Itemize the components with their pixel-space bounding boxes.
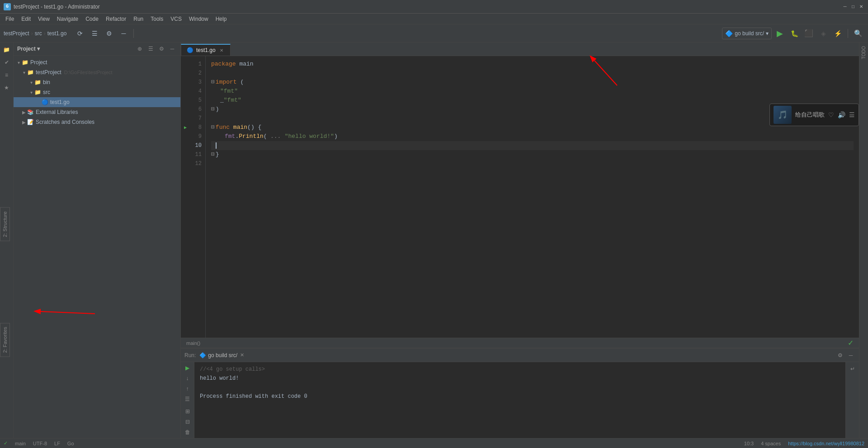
run-output-line-1: //<4 go setup calls> [200,365,840,374]
menu-bar: File Edit View Navigate Code Refactor Ru… [0,14,868,24]
menu-navigate[interactable]: Navigate [53,15,82,23]
run-output-line-4: Process finished with exit code 0 [200,392,840,401]
run-config-selector[interactable]: 🔷 go build src/ ▾ [722,28,772,39]
menu-run[interactable]: Run [130,15,147,23]
run-tab-label: go build src/ [208,352,237,358]
sidebar-structure-icon[interactable]: ≡ [1,70,12,80]
string-fmt2: "fmt" [224,96,241,105]
tab-close-button[interactable]: ✕ [218,47,225,53]
breadcrumb-src[interactable]: src [35,30,42,37]
run-panel-header-controls: ⚙ ─ [835,351,855,360]
project-panel-add-icon[interactable]: ⊕ [135,44,144,53]
status-indent: 4 spaces [761,441,781,446]
close-button[interactable]: ✕ [858,4,864,10]
run-panel-settings-btn[interactable]: ⚙ [835,351,844,360]
breadcrumb-project[interactable]: testProject [4,30,29,37]
music-controls: ♡ 🔊 ☰ [828,111,855,118]
menu-edit[interactable]: Edit [18,15,34,23]
coverage-button[interactable]: ◈ [817,27,830,40]
tree-item-external-libraries[interactable]: ▶ 📚 External Libraries [14,107,180,117]
favorites-tab[interactable]: 2: Favorites [0,323,10,357]
run-list-btn[interactable]: ☰ [183,395,193,404]
run-up-btn[interactable]: ↑ [183,385,193,393]
minimize-button[interactable]: ─ [842,4,848,10]
tree-item-src[interactable]: ▾ 📁 src [14,87,180,97]
run-button[interactable]: ▶ [774,27,786,40]
run-wrap-btn[interactable]: ↵ [848,364,858,374]
debug-button[interactable]: 🐛 [788,27,801,40]
tree-item-bin[interactable]: ▾ 📁 bin [14,77,180,87]
menu-file[interactable]: File [2,15,18,23]
run-delete-btn[interactable]: 🗑 [183,428,193,436]
run-panel-right-controls: ↵ [845,362,859,438]
run-play-btn[interactable]: ▶ [183,364,193,373]
tree-arrow: ▶ [21,110,27,115]
blank-ident: _ [220,96,224,105]
line-num-8: 8 [193,123,202,132]
tree-label-bin: bin [43,79,50,85]
maximize-button[interactable]: □ [850,4,856,10]
menu-tools[interactable]: Tools [147,15,167,23]
tree-label-src: src [43,89,50,95]
breadcrumb-file[interactable]: test1.go [47,30,67,37]
settings-button[interactable]: ☰ [88,27,101,40]
cursor [216,142,217,149]
tree-label-test1go: test1.go [50,99,70,105]
file-tree: ▾ 📁 Project ▾ 📁 testProject D:\GoFiles\t… [14,56,180,438]
run-gutter-arrow: ▶ [184,125,187,130]
sidebar-tab-todo[interactable]: TODO [859,42,868,63]
music-like-btn[interactable]: ♡ [828,111,834,118]
music-volume-btn[interactable]: 🔊 [838,111,845,118]
menu-refactor[interactable]: Refactor [102,15,130,23]
sidebar-bookmark-icon[interactable]: ★ [1,82,12,93]
tree-item-test1go[interactable]: ▾ 🔵 test1.go [14,97,180,107]
music-menu-btn[interactable]: ☰ [849,111,855,118]
project-panel-list-icon[interactable]: ☰ [146,44,155,53]
run-side-controls: ▶ ↓ ↑ ☰ ⊞ ⊟ 🗑 [181,362,194,438]
structure-tab[interactable]: 2: Structure [0,207,10,241]
tree-item-project-root[interactable]: ▾ 📁 Project [14,57,180,67]
menu-code[interactable]: Code [82,15,102,23]
run-tab[interactable]: 🔷 go build src/ ✕ [199,352,244,358]
menu-vcs[interactable]: VCS [167,15,185,23]
project-panel: Project ▾ ⊕ ☰ ⚙ ─ ▾ 📁 Project ▾ 📁 testPr… [14,42,181,438]
status-encoding: UTF-8 [33,441,47,446]
run-panel-close-btn[interactable]: ─ [846,351,855,360]
run-filter-btn[interactable]: ⊞ [183,407,193,415]
sidebar-project-icon[interactable]: 📁 [1,44,12,55]
profile-button[interactable]: ⚡ [831,27,844,40]
checkmark-icon: ✓ [848,339,854,347]
project-panel-collapse-icon[interactable]: ─ [168,44,177,53]
run-tab-close[interactable]: ✕ [240,352,244,358]
project-panel-settings-icon[interactable]: ⚙ [157,44,166,53]
collapse-button[interactable]: ─ [117,27,130,40]
stop-button[interactable]: ⬛ [802,27,815,40]
run-down-btn[interactable]: ↓ [183,374,193,383]
tree-item-scratches[interactable]: ▶ 📝 Scratches and Consoles [14,117,180,127]
keyword-package: package [211,60,236,69]
search-everywhere-button[interactable]: 🔍 [852,27,864,40]
code-line-3: ⊟import ( [211,78,854,87]
fold-icon-11: ⊟ [211,150,215,159]
editor-tab-test1go[interactable]: 🔵 test1.go ✕ [181,44,231,56]
package-name: main [239,60,253,69]
fold-icon-6: ⊟ [211,105,215,114]
status-lang: Go [67,441,74,446]
tree-label-testproject: testProject [36,69,61,75]
code-line-6: ⊟) [211,105,854,114]
code-lines[interactable]: package main ⊟import ( "fmt" _ "fmt" ⊟) [206,56,859,338]
gutter-line [181,87,190,96]
menu-view[interactable]: View [34,15,53,23]
line-num-3: 3 [193,78,202,87]
run-layout-btn[interactable]: ⊟ [183,417,193,426]
status-git-icon: ✓ [4,440,8,446]
gutter-run-line8[interactable]: ▶ [181,123,190,132]
app-icon: G [4,3,11,10]
code-editor[interactable]: ▶ 1 2 3 4 5 6 7 8 9 10 11 12 [181,56,859,338]
gear-button[interactable]: ⚙ [103,27,115,40]
menu-window[interactable]: Window [185,15,212,23]
sidebar-commit-icon[interactable]: ✔ [1,57,12,68]
menu-help[interactable]: Help [212,15,231,23]
sync-button[interactable]: ⟳ [74,27,86,40]
tree-item-testproject[interactable]: ▾ 📁 testProject D:\GoFiles\testProject [14,67,180,77]
